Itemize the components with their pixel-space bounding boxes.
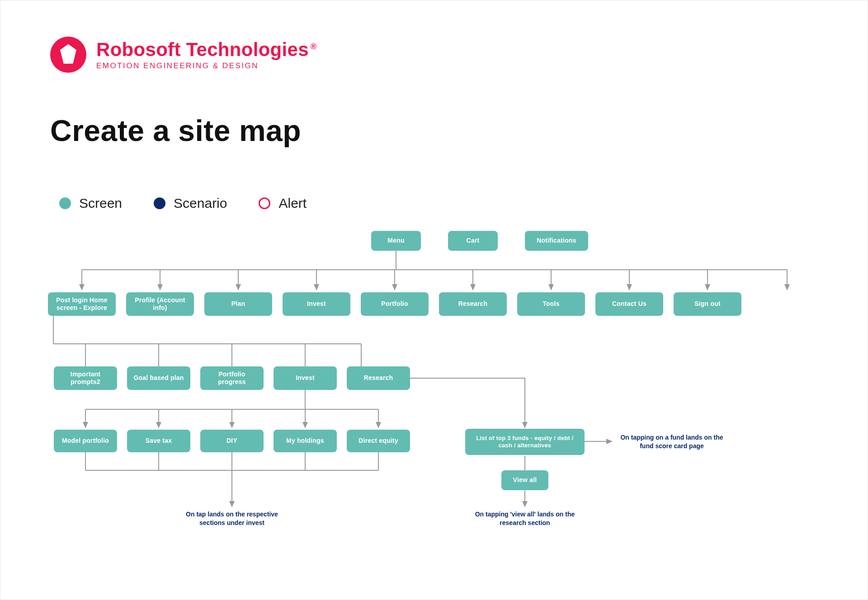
brand-name-text: Robosoft Technologies [96, 39, 309, 60]
node-invest-mid: Invest [274, 366, 337, 390]
legend: Screen Scenario Alert [59, 196, 307, 211]
node-goal-plan: Goal based plan [127, 366, 190, 390]
legend-scenario-label: Scenario [174, 196, 227, 211]
node-model-portfolio: Model portfolio [54, 430, 117, 452]
node-contact: Contact Us [595, 292, 663, 316]
node-post-login: Post login Home screen - Explore [48, 292, 116, 316]
node-top3-funds: List of top 3 funds - equity / debt / ca… [465, 429, 585, 455]
node-invest-top: Invest [283, 292, 350, 316]
legend-alert-label: Alert [278, 196, 307, 211]
legend-screen-dot [59, 197, 71, 209]
legend-screen: Screen [59, 196, 122, 211]
node-tools: Tools [517, 292, 585, 316]
node-important-prompts: Important prompts2 [54, 366, 117, 390]
legend-scenario: Scenario [154, 196, 227, 211]
brand-name: Robosoft Technologies® [96, 40, 316, 59]
brand-logo-mark [50, 37, 86, 73]
node-save-tax: Save tax [127, 430, 190, 452]
node-direct-equity: Direct equity [347, 430, 410, 452]
note-research: On tapping 'view all' lands on the resea… [471, 510, 579, 527]
legend-alert-dot [259, 197, 270, 209]
node-plan: Plan [204, 292, 272, 316]
brand-logo-text: Robosoft Technologies® EMOTION ENGINEERI… [96, 40, 316, 70]
node-my-holdings: My holdings [274, 430, 337, 452]
legend-alert: Alert [259, 196, 307, 211]
node-research-mid: Research [347, 366, 410, 390]
legend-screen-label: Screen [79, 196, 122, 211]
node-profile: Profile (Account info) [126, 292, 194, 316]
slide: Robosoft Technologies® EMOTION ENGINEERI… [0, 0, 868, 600]
note-fund: On tapping on a fund lands on the fund s… [615, 433, 728, 450]
node-notifications: Notifications [525, 231, 588, 251]
legend-scenario-dot [154, 197, 165, 209]
brand-tagline: EMOTION ENGINEERING & DESIGN [96, 62, 316, 70]
note-invest: On tap lands on the respective sections … [178, 510, 286, 527]
node-portfolio-progress: Portfolio progress [200, 366, 264, 390]
page-title: Create a site map [50, 113, 301, 148]
node-research-top: Research [439, 292, 507, 316]
registered-mark: ® [311, 42, 317, 51]
node-portfolio: Portfolio [361, 292, 429, 316]
node-signout: Sign out [674, 292, 741, 316]
node-view-all: View all [501, 470, 548, 490]
brand-logo: Robosoft Technologies® EMOTION ENGINEERI… [50, 37, 316, 73]
node-menu: Menu [371, 231, 421, 251]
node-diy: DIY [200, 430, 264, 452]
node-cart: Cart [448, 231, 498, 251]
